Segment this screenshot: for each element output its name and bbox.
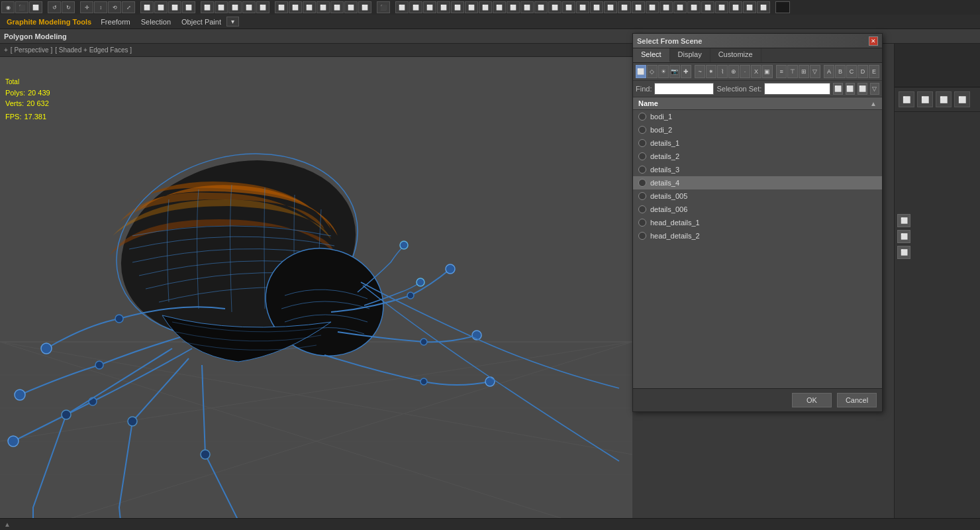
- toolbar-icon-20[interactable]: ⬜: [289, 1, 302, 13]
- toolbar-icon-2[interactable]: ⬛: [15, 1, 28, 13]
- toolbar-icon-47[interactable]: ⬜: [673, 1, 687, 13]
- toolbar-icon-38[interactable]: ⬜: [548, 1, 562, 13]
- dlg-icon-ik[interactable]: ⊕: [728, 65, 739, 78]
- viewport-plus[interactable]: +: [4, 46, 8, 54]
- toolbar-icon-14[interactable]: ⬜: [201, 1, 214, 13]
- list-item[interactable]: details_1: [633, 136, 882, 150]
- toolbar-icon-44[interactable]: ⬜: [632, 1, 645, 13]
- find-icon-btn-1[interactable]: ⬜: [833, 83, 842, 95]
- viewport-canvas[interactable]: Total Polys: 20 439 Verts: 20 632 FPS: 1…: [0, 57, 632, 530]
- toolbar-icon-46[interactable]: ⬜: [660, 1, 673, 13]
- list-item[interactable]: details_3: [633, 163, 882, 176]
- toolbar-icon-52[interactable]: ⬜: [743, 1, 756, 13]
- toolbar-icon-3[interactable]: ⬜: [29, 1, 42, 13]
- dlg-icon-c[interactable]: C: [846, 65, 857, 78]
- toolbar-icon-9[interactable]: ⤢: [122, 1, 135, 13]
- toolbar-icon-12[interactable]: ⬜: [168, 1, 181, 13]
- list-item[interactable]: head_details_2: [633, 229, 882, 242]
- toolbar-icon-50[interactable]: ⬜: [715, 1, 728, 13]
- dlg-icon-lights[interactable]: ☀: [658, 65, 669, 78]
- dlg-icon-hierarchy[interactable]: ⊤: [787, 65, 798, 78]
- dlg-icon-shapes[interactable]: ◇: [647, 65, 658, 78]
- toolbar-icon-21[interactable]: ⬜: [303, 1, 316, 13]
- list-item[interactable]: details_006: [633, 203, 882, 216]
- menu-object-paint[interactable]: Object Paint: [176, 17, 226, 27]
- find-icon-btn-3[interactable]: ⬜: [858, 83, 867, 95]
- dlg-icon-spacewarps[interactable]: ~: [695, 65, 705, 78]
- toolbar-icon-32[interactable]: ⬜: [465, 1, 478, 13]
- rp-bottom-icon-3[interactable]: ⬜: [897, 246, 910, 259]
- list-item[interactable]: head_details_1: [633, 216, 882, 229]
- toolbar-icon-43[interactable]: ⬜: [618, 1, 631, 13]
- toolbar-icon-11[interactable]: ⬜: [154, 1, 168, 13]
- toolbar-icon-10[interactable]: ⬜: [140, 1, 154, 13]
- toolbar-icon-15[interactable]: ⬜: [215, 1, 228, 13]
- tab-select[interactable]: Select: [633, 48, 670, 62]
- dlg-icon-b[interactable]: B: [835, 65, 846, 78]
- rp-bottom-icon-2[interactable]: ⬜: [897, 230, 910, 243]
- toolbar-icon-25[interactable]: ⬜: [358, 1, 371, 13]
- menu-selection[interactable]: Selection: [136, 17, 176, 27]
- toolbar-icon-49[interactable]: ⬜: [701, 1, 714, 13]
- graphite-dropdown[interactable]: ▾: [226, 17, 239, 26]
- toolbar-icon-29[interactable]: ⬜: [423, 1, 436, 13]
- dlg-icon-helpers[interactable]: ✚: [681, 65, 691, 78]
- toolbar-icon-28[interactable]: ⬜: [409, 1, 422, 13]
- toolbar-icon-31[interactable]: ⬜: [451, 1, 464, 13]
- dlg-icon-points[interactable]: ·: [740, 65, 750, 78]
- toolbar-icon-5[interactable]: ↻: [62, 1, 75, 13]
- viewport-perspective[interactable]: [ Perspective ]: [11, 46, 52, 54]
- toolbar-icon-26[interactable]: ⬛: [377, 1, 390, 13]
- dialog-object-list[interactable]: bodi_1bodi_2details_1details_2details_3d…: [633, 110, 882, 388]
- dlg-icon-particle[interactable]: ⁕: [706, 65, 716, 78]
- toolbar-icon-7[interactable]: ↕: [94, 1, 107, 13]
- toolbar-icon-51[interactable]: ⬜: [729, 1, 742, 13]
- list-item[interactable]: details_2: [633, 150, 882, 163]
- tab-display[interactable]: Display: [670, 48, 710, 62]
- toolbar-icon-41[interactable]: ⬜: [590, 1, 603, 13]
- list-item[interactable]: bodi_2: [633, 123, 882, 136]
- toolbar-icon-42[interactable]: ⬜: [604, 1, 617, 13]
- dlg-icon-geometry[interactable]: ⬜: [636, 65, 646, 78]
- selection-set-input[interactable]: [764, 83, 830, 95]
- toolbar-icon-22[interactable]: ⬜: [317, 1, 330, 13]
- toolbar-icon-4[interactable]: ↺: [48, 1, 61, 13]
- toolbar-icon-35[interactable]: ⬜: [507, 1, 520, 13]
- toolbar-icon-33[interactable]: ⬜: [479, 1, 492, 13]
- toolbar-icon-13[interactable]: ⬜: [182, 1, 195, 13]
- toolbar-icon-24[interactable]: ⬜: [344, 1, 358, 13]
- list-item[interactable]: details_4: [633, 176, 882, 189]
- toolbar-icon-40[interactable]: ⬜: [576, 1, 589, 13]
- ok-button[interactable]: OK: [792, 393, 832, 407]
- toolbar-icon-39[interactable]: ⬜: [562, 1, 575, 13]
- cancel-button[interactable]: Cancel: [837, 393, 877, 407]
- rp-icon-1[interactable]: ⬜: [899, 91, 914, 107]
- toolbar-icon-16[interactable]: ⬜: [228, 1, 242, 13]
- sort-icon[interactable]: ▲: [870, 100, 877, 107]
- dlg-icon-bones[interactable]: ⌇: [717, 65, 728, 78]
- toolbar-icon-30[interactable]: ⬜: [437, 1, 450, 13]
- tab-customize[interactable]: Customize: [710, 48, 761, 62]
- list-item[interactable]: details_005: [633, 189, 882, 203]
- toolbar-icon-48[interactable]: ⬜: [687, 1, 701, 13]
- rp-icon-2[interactable]: ⬜: [917, 91, 933, 107]
- rp-bottom-icon-1[interactable]: ⬜: [897, 214, 910, 227]
- toolbar-icon-27[interactable]: ⬜: [395, 1, 409, 13]
- dlg-icon-camera[interactable]: 📷: [669, 65, 680, 78]
- find-icon-btn-4[interactable]: ▽: [870, 83, 879, 95]
- rp-icon-3[interactable]: ⬜: [936, 91, 952, 107]
- toolbar-icon-36[interactable]: ⬜: [520, 1, 534, 13]
- toolbar-icon-34[interactable]: ⬜: [493, 1, 506, 13]
- dlg-icon-xrefs[interactable]: X: [751, 65, 761, 78]
- toolbar-icon-53[interactable]: ⬜: [757, 1, 770, 13]
- dlg-icon-groups[interactable]: ▣: [762, 65, 773, 78]
- dlg-icon-a[interactable]: A: [824, 65, 834, 78]
- dialog-close-button[interactable]: ✕: [869, 36, 878, 46]
- menu-freeform[interactable]: Freeform: [95, 17, 136, 27]
- toolbar-icon-37[interactable]: ⬜: [534, 1, 548, 13]
- list-item[interactable]: bodi_1: [633, 110, 882, 123]
- toolbar-icon-6[interactable]: ✛: [80, 1, 93, 13]
- toolbar-icon-19[interactable]: ⬜: [275, 1, 288, 13]
- toolbar-icon-45[interactable]: ⬜: [646, 1, 659, 13]
- toolbar-icon-18[interactable]: ⬜: [256, 1, 270, 13]
